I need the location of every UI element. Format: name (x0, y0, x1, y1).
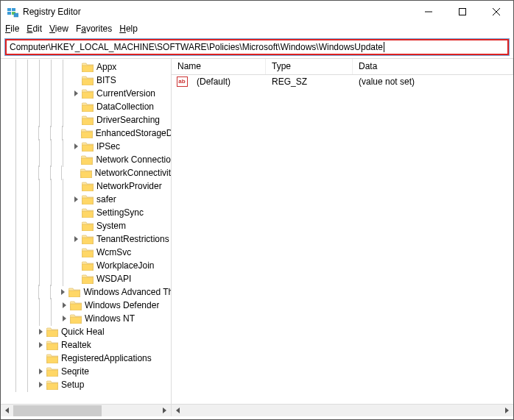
tree-node[interactable]: EnhancedStorageDevices (1, 127, 171, 140)
minimize-button[interactable] (412, 1, 446, 23)
value-row[interactable]: ab(Default)REG_SZ(value not set) (172, 75, 513, 88)
tree-node-label: NetworkConnectivityStatusIndicator (95, 168, 171, 178)
tree-node[interactable]: Windows NT (1, 312, 171, 325)
tree-node-label: Windows NT (85, 313, 135, 324)
tree-node-label: BITS (96, 75, 116, 85)
col-header-name[interactable]: Name (172, 59, 266, 74)
tree-node-label: WSDAPI (96, 274, 131, 284)
tree-node-label: Realtek (61, 340, 91, 350)
tree-node-label: Network Connections (96, 154, 171, 165)
tree-node-label: TenantRestrictions (96, 234, 169, 244)
tree-node[interactable]: NetworkProvider (1, 179, 171, 193)
tree-node[interactable]: RegisteredApplications (1, 352, 171, 365)
tree-node[interactable]: Seqrite (1, 365, 171, 378)
tree-node-label: DriverSearching (96, 115, 160, 125)
tree-node[interactable]: SettingSync (1, 206, 171, 219)
svg-rect-6 (460, 9, 466, 15)
expand-icon[interactable] (71, 195, 80, 204)
menu-view[interactable]: View (49, 24, 68, 34)
tree-node[interactable]: CurrentVersion (1, 87, 171, 100)
menu-edit[interactable]: Edit (27, 24, 42, 34)
tree-node[interactable]: Realtek (1, 338, 171, 352)
tree-node[interactable]: WSDAPI (1, 272, 171, 285)
expand-icon[interactable] (36, 380, 45, 389)
tree-node-label: System (96, 221, 126, 231)
value-name: (Default) (191, 76, 266, 87)
tree-node-label: Appx (96, 62, 116, 72)
svg-rect-2 (7, 12, 11, 15)
tree-node[interactable]: Windows Defender (1, 299, 171, 312)
values-header: Name Type Data (172, 59, 513, 75)
string-value-icon: ab (176, 76, 188, 88)
tree-node[interactable]: safer (1, 193, 171, 206)
tree-node[interactable]: Quick Heal (1, 325, 171, 338)
tree-node[interactable]: NetworkConnectivityStatusIndicator (1, 166, 171, 179)
expand-icon[interactable] (36, 367, 45, 376)
expand-icon[interactable] (58, 288, 67, 296)
expand-icon[interactable] (71, 89, 80, 98)
tree-node-label: SettingSync (96, 207, 144, 218)
menu-file[interactable]: File (5, 24, 19, 34)
address-bar[interactable]: Computer\HKEY_LOCAL_MACHINE\SOFTWARE\Pol… (5, 39, 509, 55)
close-button[interactable] (479, 1, 513, 23)
scroll-left-icon[interactable] (1, 405, 13, 417)
tree-h-scrollbar[interactable] (1, 404, 171, 416)
tree-node-label: EnhancedStorageDevices (96, 128, 171, 138)
expand-icon[interactable] (60, 314, 68, 323)
svg-rect-1 (12, 8, 15, 11)
expand-icon[interactable] (60, 301, 68, 310)
tree-node[interactable]: TenantRestrictions (1, 232, 171, 246)
tree-node-label: NetworkProvider (96, 181, 162, 191)
tree-node[interactable]: WorkplaceJoin (1, 259, 171, 272)
expand-icon[interactable] (36, 327, 45, 336)
tree-node-label: Seqrite (61, 366, 89, 377)
scroll-thumb[interactable] (13, 405, 102, 416)
main-split: AppxBITSCurrentVersionDataCollectionDriv… (1, 58, 513, 416)
col-header-data[interactable]: Data (353, 59, 513, 74)
expand-icon[interactable] (71, 142, 80, 151)
tree-node[interactable]: WcmSvc (1, 246, 171, 259)
tree-node-label: RegisteredApplications (61, 353, 152, 363)
tree-node[interactable]: Appx (1, 60, 171, 74)
expand-icon[interactable] (71, 235, 80, 243)
tree-node-label: Quick Heal (61, 327, 105, 337)
col-header-type[interactable]: Type (266, 59, 353, 74)
title-bar: Registry Editor (1, 1, 513, 23)
tree-node-label: CurrentVersion (96, 88, 155, 99)
tree-node-label: IPSec (96, 141, 120, 152)
tree-node[interactable]: BITS (1, 74, 171, 87)
tree-node[interactable]: Network Connections (1, 153, 171, 166)
maximize-button[interactable] (446, 1, 479, 23)
tree-node-label: Windows Advanced Threat Protection (83, 287, 171, 297)
tree-pane: AppxBITSCurrentVersionDataCollectionDriv… (1, 59, 172, 416)
scroll-right-icon[interactable] (158, 405, 171, 417)
tree-node[interactable]: IPSec (1, 140, 171, 153)
values-h-scrollbar[interactable] (172, 404, 513, 416)
tree-node[interactable]: DriverSearching (1, 113, 171, 127)
value-type: REG_SZ (266, 76, 353, 87)
address-path: Computer\HKEY_LOCAL_MACHINE\SOFTWARE\Pol… (10, 42, 383, 52)
tree-node[interactable]: Windows Advanced Threat Protection (1, 285, 171, 299)
scroll-left-icon[interactable] (172, 405, 184, 417)
tree-node[interactable]: DataCollection (1, 100, 171, 113)
value-data: (value not set) (353, 76, 420, 87)
tree-node-label: WorkplaceJoin (96, 260, 154, 271)
scroll-right-icon[interactable] (501, 405, 513, 417)
tree-node-label: DataCollection (96, 102, 154, 112)
window-title: Registry Editor (23, 7, 81, 17)
menu-favorites[interactable]: Favorites (76, 24, 112, 34)
svg-rect-4 (14, 13, 18, 17)
tree-node-label: Windows Defender (85, 300, 159, 310)
tree-node-label: Setup (61, 380, 84, 390)
expand-icon[interactable] (36, 341, 45, 349)
svg-rect-0 (7, 8, 11, 11)
tree-node[interactable]: Setup (1, 378, 171, 391)
tree-node[interactable]: System (1, 219, 171, 232)
menu-bar: File Edit View Favorites Help (1, 23, 513, 38)
values-list[interactable]: ab(Default)REG_SZ(value not set) (172, 75, 513, 404)
tree-node-label: safer (96, 194, 116, 204)
menu-help[interactable]: Help (119, 24, 138, 34)
app-icon (7, 6, 18, 18)
registry-tree[interactable]: AppxBITSCurrentVersionDataCollectionDriv… (1, 59, 171, 404)
tree-node-label: WcmSvc (96, 247, 131, 257)
